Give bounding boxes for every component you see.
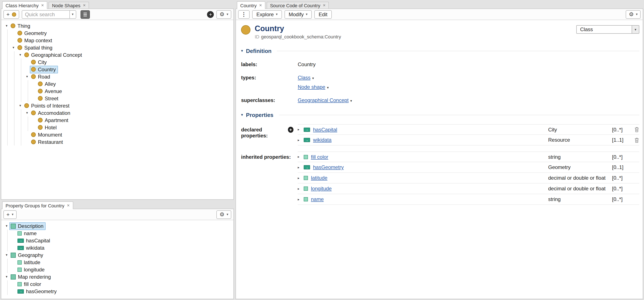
chevron-down-icon[interactable]: ▾: [312, 76, 314, 80]
trash-icon[interactable]: [631, 127, 639, 132]
add-class-button[interactable]: +: [4, 10, 19, 19]
tree-item-label: Thing: [18, 23, 30, 29]
tree-item[interactable]: Street: [4, 95, 234, 102]
type-link[interactable]: Class: [298, 75, 310, 81]
tree-item[interactable]: ▾Geographical Concept: [4, 51, 234, 58]
explore-button[interactable]: Explore ▾: [252, 10, 282, 19]
twisty-icon[interactable]: ▾: [4, 224, 9, 228]
tree-item-label: Avenue: [45, 88, 62, 94]
panel-settings-button[interactable]: ⚙ ▾: [216, 10, 231, 19]
property-link[interactable]: hasCapital: [313, 126, 337, 132]
tree-item[interactable]: ▾Accomodation: [4, 109, 234, 116]
superclass-link[interactable]: Geographical Concept: [298, 97, 348, 103]
twisty-icon[interactable]: ▾: [18, 53, 23, 57]
edit-button[interactable]: Edit: [314, 10, 332, 19]
app-window: Class Hierarchy × Node Shapes × + ▾: [0, 0, 644, 300]
panel-settings-button[interactable]: ⚙ ▾: [216, 210, 231, 219]
expand-icon[interactable]: ▸: [298, 176, 304, 180]
search-options-button[interactable]: ▾: [69, 10, 76, 19]
tree-item[interactable]: Apartment: [4, 116, 234, 124]
class-hierarchy-panel: Class Hierarchy × Node Shapes × + ▾: [1, 1, 234, 200]
class-icon: [18, 45, 22, 50]
trash-icon[interactable]: [631, 137, 639, 143]
circle-plus-button[interactable]: +: [207, 11, 214, 18]
twisty-icon[interactable]: ▾: [11, 46, 16, 49]
panel-settings-button[interactable]: ⚙ ▾: [626, 10, 640, 19]
twisty-icon[interactable]: ▾: [18, 104, 23, 107]
type-link[interactable]: Node shape: [298, 84, 325, 90]
tree-item[interactable]: Restaurant: [4, 138, 234, 145]
collapse-icon[interactable]: ▾: [241, 113, 243, 117]
add-property-button[interactable]: +: [288, 127, 294, 133]
property-row: ▸ → wikidata Resource [1..1]: [298, 135, 639, 145]
tree-item[interactable]: Alley: [4, 80, 234, 87]
tree-item[interactable]: →hasGeometry: [4, 288, 234, 295]
class-icon: [38, 125, 42, 130]
twisty-icon[interactable]: ▾: [4, 253, 9, 257]
twisty-icon[interactable]: ▾: [4, 275, 9, 278]
tab-class-hierarchy[interactable]: Class Hierarchy ×: [2, 1, 47, 9]
tree-item[interactable]: City: [4, 58, 234, 66]
chevron-down-icon[interactable]: ▾: [632, 26, 639, 33]
search-input[interactable]: [22, 10, 69, 19]
tree-item[interactable]: →hasCapital: [4, 237, 234, 244]
class-icon: [38, 96, 42, 101]
close-icon[interactable]: ×: [83, 3, 86, 8]
property-link[interactable]: name: [311, 196, 324, 202]
expand-icon[interactable]: ▸: [298, 138, 304, 142]
tab-source-code[interactable]: Source Code of Country ×: [267, 2, 329, 9]
close-icon[interactable]: ×: [41, 3, 44, 8]
tree-item[interactable]: ▾Thing: [4, 22, 234, 30]
tree-item[interactable]: Geometry: [4, 30, 234, 37]
chevron-down-icon[interactable]: ▾: [350, 99, 352, 103]
twisty-icon[interactable]: ▾: [24, 75, 30, 78]
tab-property-groups[interactable]: Property Groups for Country ×: [2, 201, 73, 209]
tree-item[interactable]: Map context: [4, 37, 234, 44]
tree-view-toggle-button[interactable]: [80, 10, 90, 19]
close-icon[interactable]: ×: [323, 3, 326, 8]
property-link[interactable]: wikidata: [313, 137, 332, 143]
twisty-icon[interactable]: ▾: [4, 24, 9, 28]
expand-icon[interactable]: ▸: [298, 165, 304, 169]
tree-item[interactable]: ▾Map rendering: [4, 273, 234, 280]
expand-icon[interactable]: ▸: [298, 155, 304, 159]
add-property-group-button[interactable]: + ▾: [4, 210, 16, 219]
section-title: Definition: [246, 48, 272, 54]
tree-item[interactable]: ▾Geography: [4, 251, 234, 259]
collapse-icon[interactable]: ▾: [241, 49, 243, 53]
tree-item[interactable]: longitude: [4, 266, 234, 273]
resource-type-select[interactable]: Class ▾: [576, 25, 639, 34]
tree-item[interactable]: fill color: [4, 280, 234, 288]
tree-item[interactable]: →wikidata: [4, 244, 234, 251]
class-icon: [241, 25, 250, 35]
expand-icon[interactable]: ▸: [298, 197, 304, 201]
expand-icon[interactable]: ▸: [298, 128, 304, 131]
property-link[interactable]: latitude: [311, 175, 327, 181]
tree-item[interactable]: Hotel: [4, 124, 234, 131]
datatype-property-icon: [304, 187, 308, 191]
tree-item-selected[interactable]: Country: [4, 66, 234, 73]
tree-item[interactable]: name: [4, 230, 234, 237]
close-icon[interactable]: ×: [259, 3, 262, 8]
modify-button[interactable]: Modify ▾: [284, 10, 312, 19]
expand-icon[interactable]: ▸: [298, 187, 304, 191]
chevron-down-icon[interactable]: ▾: [327, 86, 328, 90]
tree-item[interactable]: ▾Spatial thing: [4, 44, 234, 51]
tree-item[interactable]: Avenue: [4, 87, 234, 95]
twisty-icon[interactable]: ▾: [24, 111, 30, 115]
tree-item[interactable]: ▾Road: [4, 73, 234, 80]
field-label: superclasses:: [241, 97, 298, 103]
tab-node-shapes[interactable]: Node Shapes ×: [48, 2, 89, 9]
close-icon[interactable]: ×: [67, 203, 70, 208]
tree-item[interactable]: latitude: [4, 259, 234, 266]
tree-item[interactable]: ▾Points of Interest: [4, 102, 234, 109]
more-actions-button[interactable]: ⋮: [238, 10, 250, 19]
class-icon: [31, 60, 36, 64]
property-link[interactable]: fill color: [311, 154, 328, 160]
tree-item-selected[interactable]: ▾Description: [4, 222, 234, 230]
tree-item-label: hasGeometry: [26, 288, 57, 294]
property-link[interactable]: hasGeometry: [313, 164, 344, 170]
property-link[interactable]: longitude: [311, 186, 332, 192]
tab-country[interactable]: Country ×: [237, 1, 265, 9]
tree-item[interactable]: Monument: [4, 131, 234, 138]
